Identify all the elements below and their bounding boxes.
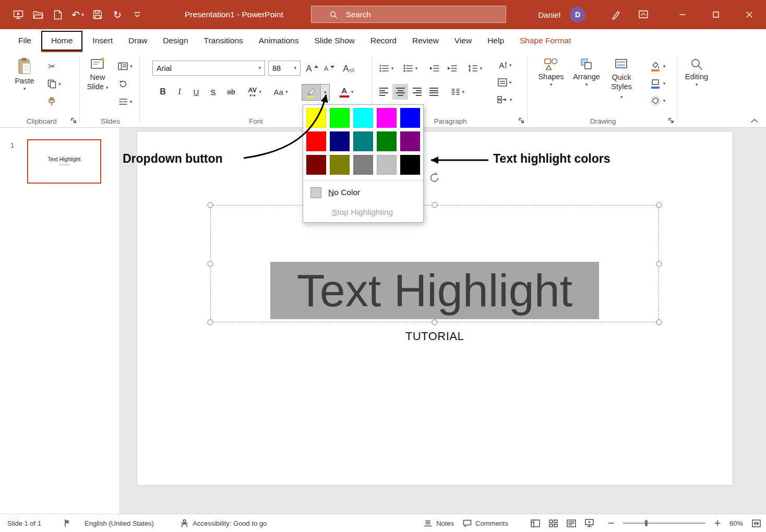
increase-font-size-button[interactable]: A bbox=[304, 61, 320, 76]
font-size-combobox[interactable]: 88 ▾ bbox=[268, 61, 301, 76]
numbering-button[interactable]: ▾ bbox=[399, 61, 422, 76]
quick-styles-button[interactable]: Quick Styles ▾ bbox=[605, 57, 638, 101]
highlight-color-dark-blue[interactable] bbox=[330, 131, 350, 151]
shape-effects-button[interactable]: ▾ bbox=[643, 93, 672, 108]
tab-slide-show[interactable]: Slide Show bbox=[306, 29, 363, 52]
text-shadow-button[interactable]: S bbox=[206, 84, 220, 100]
bold-button[interactable]: B bbox=[155, 84, 170, 100]
text-highlight-dropdown-button[interactable]: ▾ bbox=[320, 84, 329, 100]
resize-handle-top-center[interactable] bbox=[432, 202, 438, 208]
highlight-color-red[interactable] bbox=[306, 131, 326, 151]
tab-help[interactable]: Help bbox=[480, 29, 512, 52]
align-right-button[interactable] bbox=[409, 84, 425, 100]
resize-handle-bottom-right[interactable] bbox=[656, 320, 662, 325]
section-button[interactable]: ▾ bbox=[114, 94, 137, 110]
bullets-button[interactable]: ▾ bbox=[376, 61, 397, 76]
slide-canvas[interactable]: Text Highlight TUTORIAL bbox=[120, 128, 766, 514]
title-textbox[interactable] bbox=[210, 205, 659, 322]
resize-handle-middle-right[interactable] bbox=[656, 261, 662, 267]
slide-indicator[interactable]: Slide 1 of 1 bbox=[7, 514, 41, 532]
slide-thumbnail[interactable]: Text Highlight bbox=[27, 139, 101, 184]
columns-button[interactable]: ▾ bbox=[446, 84, 470, 100]
align-text-button[interactable]: ▾ bbox=[492, 75, 518, 90]
tab-shape-format[interactable]: Shape Format bbox=[512, 29, 579, 52]
minimize-button[interactable] bbox=[666, 0, 699, 29]
tab-record[interactable]: Record bbox=[363, 29, 404, 52]
language-button[interactable]: English (United States) bbox=[85, 514, 154, 532]
paste-button[interactable]: Paste ▾ bbox=[9, 57, 40, 91]
highlight-color-gray-50-[interactable] bbox=[353, 155, 373, 175]
drawing-dialog-launcher[interactable] bbox=[667, 116, 675, 125]
customize-quick-access-button[interactable] bbox=[127, 0, 147, 29]
tab-review[interactable]: Review bbox=[404, 29, 447, 52]
user-name[interactable]: Daniel bbox=[538, 10, 560, 19]
new-slide-button[interactable]: New Slide ▾ bbox=[82, 56, 113, 91]
highlight-color-pink[interactable] bbox=[377, 108, 397, 128]
slide-subtitle-text[interactable]: TUTORIAL bbox=[210, 330, 659, 343]
highlight-color-dark-yellow[interactable] bbox=[330, 155, 350, 175]
text-direction-button[interactable]: ▾ bbox=[492, 57, 518, 73]
resize-handle-bottom-left[interactable] bbox=[208, 320, 213, 325]
zoom-in-button[interactable] bbox=[714, 520, 721, 526]
resize-handle-top-right[interactable] bbox=[656, 202, 662, 208]
highlight-color-gray-25-[interactable] bbox=[377, 155, 397, 175]
highlight-color-black[interactable] bbox=[400, 155, 420, 175]
justify-button[interactable] bbox=[426, 84, 441, 100]
zoom-slider-thumb[interactable] bbox=[645, 520, 648, 526]
highlight-color-violet[interactable] bbox=[400, 131, 420, 151]
shape-outline-button[interactable]: ▾ bbox=[643, 76, 672, 91]
increase-indent-button[interactable] bbox=[444, 61, 460, 76]
maximize-button[interactable] bbox=[699, 0, 733, 29]
zoom-level-button[interactable]: 60% bbox=[729, 519, 743, 527]
ink-pen-button[interactable] bbox=[606, 0, 626, 29]
close-button[interactable] bbox=[733, 0, 766, 29]
highlight-color-dark-red[interactable] bbox=[306, 155, 326, 175]
zoom-out-button[interactable] bbox=[608, 520, 614, 526]
highlight-color-bright-green[interactable] bbox=[330, 108, 350, 128]
stop-highlighting-menu-item[interactable]: Stop Highlighting bbox=[303, 202, 423, 222]
arrange-button[interactable]: Arrange ▾ bbox=[571, 57, 602, 87]
slideshow-view-button[interactable] bbox=[585, 519, 594, 527]
align-center-button[interactable] bbox=[392, 84, 408, 100]
cut-button[interactable]: ✂ bbox=[43, 58, 61, 74]
strikethrough-button[interactable]: ab bbox=[222, 84, 240, 100]
change-case-button[interactable]: Aa ▾ bbox=[269, 84, 292, 100]
collapse-ribbon-button[interactable] bbox=[750, 118, 759, 123]
spell-check-button[interactable] bbox=[64, 514, 71, 532]
highlight-color-blue[interactable] bbox=[400, 108, 420, 128]
notes-button[interactable]: Notes bbox=[423, 519, 454, 527]
tab-view[interactable]: View bbox=[447, 29, 480, 52]
copy-button[interactable]: ▾ bbox=[43, 76, 66, 92]
resize-handle-bottom-center[interactable] bbox=[432, 320, 438, 325]
resize-handle-top-left[interactable] bbox=[208, 202, 213, 208]
normal-view-button[interactable] bbox=[531, 519, 540, 527]
line-spacing-button[interactable]: ▾ bbox=[463, 61, 486, 76]
tab-file[interactable]: File bbox=[10, 29, 39, 52]
text-highlight-color-button[interactable] bbox=[302, 84, 320, 100]
highlight-color-green[interactable] bbox=[377, 131, 397, 151]
tab-insert[interactable]: Insert bbox=[85, 29, 121, 52]
redo-button[interactable]: ↻ bbox=[107, 0, 127, 29]
tab-transitions[interactable]: Transitions bbox=[196, 29, 251, 52]
shape-fill-button[interactable]: ▾ bbox=[643, 58, 672, 74]
decrease-indent-button[interactable] bbox=[426, 61, 442, 76]
decrease-font-size-button[interactable]: A bbox=[321, 61, 337, 76]
undo-button[interactable]: ↶ ▾ bbox=[68, 0, 88, 29]
format-painter-button[interactable] bbox=[43, 94, 61, 110]
highlight-color-yellow[interactable] bbox=[306, 108, 326, 128]
search-box[interactable]: Search bbox=[311, 6, 506, 23]
font-color-button[interactable]: A ▾ bbox=[334, 84, 359, 100]
italic-button[interactable]: I bbox=[172, 84, 187, 100]
align-left-button[interactable] bbox=[376, 84, 391, 100]
accessibility-checker-button[interactable]: Accessibility: Good to go bbox=[181, 514, 267, 532]
open-button[interactable] bbox=[28, 0, 48, 29]
layout-button[interactable]: ▾ bbox=[114, 58, 137, 74]
shapes-button[interactable]: Shapes ▾ bbox=[535, 57, 567, 87]
resize-handle-middle-left[interactable] bbox=[208, 261, 213, 267]
character-spacing-button[interactable]: AV ▾ bbox=[242, 84, 267, 100]
rotate-handle-icon[interactable] bbox=[428, 171, 441, 184]
highlight-color-teal[interactable] bbox=[353, 131, 373, 151]
new-file-button[interactable] bbox=[48, 0, 68, 29]
slide-sorter-view-button[interactable] bbox=[549, 519, 558, 527]
comments-button[interactable]: Comments bbox=[463, 519, 508, 527]
